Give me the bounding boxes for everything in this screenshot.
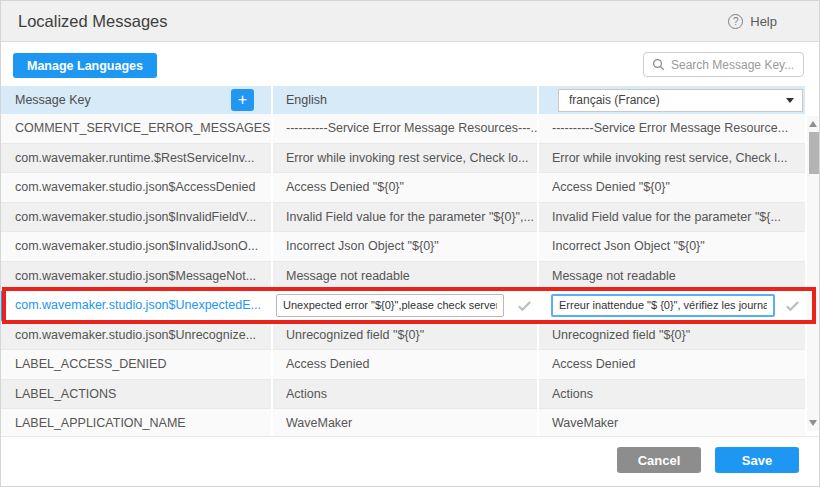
message-key-cell[interactable]: com.wavemaker.runtime.$RestServiceInv... <box>1 144 271 174</box>
cancel-button[interactable]: Cancel <box>617 447 701 473</box>
footer-bar: Cancel Save <box>1 436 819 486</box>
french-cell[interactable]: Message not readable <box>539 262 805 292</box>
page-title: Localized Messages <box>18 1 168 42</box>
save-button[interactable]: Save <box>715 447 799 473</box>
help-question-icon <box>728 14 743 29</box>
message-key-cell[interactable]: com.wavemaker.studio.json$InvalidJsonO..… <box>1 232 271 262</box>
french-cell[interactable]: Incorrect Json Object "${0}" <box>539 232 805 262</box>
confirm-check-icon[interactable] <box>516 297 533 314</box>
table-row[interactable]: COMMENT_SERVICE_ERROR_MESSAGES ---------… <box>1 114 820 144</box>
french-cell-selected <box>539 291 805 321</box>
message-key-cell[interactable]: com.wavemaker.studio.json$MessageNot... <box>1 262 271 292</box>
english-cell[interactable]: Message not readable <box>273 262 537 292</box>
vertical-scrollbar[interactable] <box>807 116 820 431</box>
message-key-cell[interactable]: COMMENT_SERVICE_ERROR_MESSAGES <box>1 114 271 144</box>
english-cell-selected <box>273 291 537 321</box>
table-row[interactable]: LABEL_ACTIONS Actions Actions <box>1 380 820 410</box>
table-row[interactable]: com.wavemaker.studio.json$MessageNot... … <box>1 262 820 292</box>
english-header-label: English <box>286 93 327 107</box>
french-edit-input[interactable] <box>551 294 775 317</box>
manage-languages-button[interactable]: Manage Languages <box>13 53 157 78</box>
table-row[interactable]: com.wavemaker.runtime.$RestServiceInv...… <box>1 144 820 174</box>
french-cell[interactable]: Unrecognized field "${0}" <box>539 321 805 351</box>
language-select-value: français (France) <box>569 93 660 107</box>
toolbar: Manage Languages <box>1 43 819 86</box>
french-cell[interactable]: Access Denied "${0}" <box>539 173 805 203</box>
help-button[interactable]: Help <box>728 1 777 42</box>
french-cell[interactable]: Error while invoking rest service, Check… <box>539 144 805 174</box>
table-row[interactable]: LABEL_APPLICATION_NAME WaveMaker WaveMak… <box>1 409 820 438</box>
column-header-language: français (France) <box>539 86 805 114</box>
message-key-cell[interactable]: com.wavemaker.studio.json$Unrecognize... <box>1 321 271 351</box>
message-key-cell-selected[interactable]: com.wavemaker.studio.json$UnexpectedE... <box>1 291 271 321</box>
dropdown-caret-icon <box>786 98 794 103</box>
english-cell[interactable]: Access Denied "${0}" <box>273 173 537 203</box>
title-bar: Localized Messages Help <box>1 1 819 42</box>
english-cell[interactable]: ----------Service Error Message Resource… <box>273 114 537 144</box>
english-edit-input[interactable] <box>276 294 504 317</box>
scroll-up-icon[interactable] <box>809 121 817 127</box>
table-row[interactable]: com.wavemaker.studio.json$InvalidJsonO..… <box>1 232 820 262</box>
confirm-check-icon[interactable] <box>784 297 801 314</box>
table-header-row: Message Key + English français (France) <box>1 86 820 114</box>
search-box[interactable] <box>643 52 804 77</box>
messages-table: Message Key + English français (France) … <box>1 86 820 438</box>
localized-messages-dialog: Localized Messages Help Manage Languages… <box>0 0 820 487</box>
add-language-button[interactable]: + <box>231 89 254 111</box>
search-input[interactable] <box>671 58 796 72</box>
table-row[interactable]: com.wavemaker.studio.json$AccessDenied A… <box>1 173 820 203</box>
search-icon <box>652 58 665 71</box>
french-cell[interactable]: ----------Service Error Message Resource… <box>539 114 805 144</box>
scroll-down-icon[interactable] <box>809 420 817 426</box>
language-select[interactable]: français (France) <box>558 89 803 112</box>
message-key-cell[interactable]: LABEL_APPLICATION_NAME <box>1 409 271 438</box>
message-key-cell[interactable]: LABEL_ACCESS_DENIED <box>1 350 271 380</box>
english-cell[interactable]: Invalid Field value for the parameter "$… <box>273 203 537 233</box>
column-header-english: English <box>273 86 537 114</box>
message-key-header-label: Message Key <box>15 93 91 107</box>
english-cell[interactable]: WaveMaker <box>273 409 537 438</box>
table-row[interactable]: LABEL_ACCESS_DENIED Access Denied Access… <box>1 350 820 380</box>
scrollbar-thumb[interactable] <box>809 132 819 174</box>
table-row-selected[interactable]: com.wavemaker.studio.json$UnexpectedE... <box>1 291 820 321</box>
english-cell[interactable]: Access Denied <box>273 350 537 380</box>
message-key-cell[interactable]: LABEL_ACTIONS <box>1 380 271 410</box>
message-key-cell[interactable]: com.wavemaker.studio.json$InvalidFieldV.… <box>1 203 271 233</box>
table-row[interactable]: com.wavemaker.studio.json$Unrecognize...… <box>1 321 820 351</box>
english-cell[interactable]: Actions <box>273 380 537 410</box>
french-cell[interactable]: Access Denied <box>539 350 805 380</box>
english-cell[interactable]: Unrecognized field "${0}" <box>273 321 537 351</box>
french-cell[interactable]: Actions <box>539 380 805 410</box>
english-cell[interactable]: Incorrect Json Object "${0}" <box>273 232 537 262</box>
french-cell[interactable]: Invalid Field value for the parameter "$… <box>539 203 805 233</box>
english-cell[interactable]: Error while invoking rest service, Check… <box>273 144 537 174</box>
french-cell[interactable]: WaveMaker <box>539 409 805 438</box>
column-header-message-key: Message Key + <box>1 86 271 114</box>
table-row[interactable]: com.wavemaker.studio.json$InvalidFieldV.… <box>1 203 820 233</box>
message-key-cell[interactable]: com.wavemaker.studio.json$AccessDenied <box>1 173 271 203</box>
help-label: Help <box>750 14 777 29</box>
